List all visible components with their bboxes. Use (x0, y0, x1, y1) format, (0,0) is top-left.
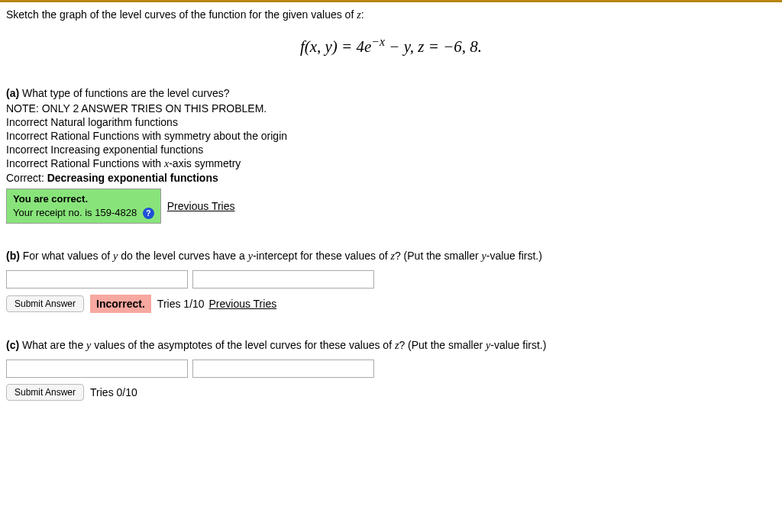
part-c-input-1[interactable] (6, 360, 188, 378)
choice-2: Incorrect Rational Functions with symmet… (6, 130, 776, 142)
part-a-question: (a) What type of functions are the level… (6, 87, 776, 99)
help-icon[interactable]: ? (143, 208, 154, 219)
part-b-label: (b) (6, 250, 20, 262)
incorrect-badge: Incorrect. (90, 295, 151, 313)
prompt-colon: : (361, 8, 364, 21)
choice-4: Incorrect Rational Functions with x-axis… (6, 157, 776, 170)
part-c-submit-row: Submit Answer Tries 0/10 (6, 384, 776, 401)
part-c-text: What are the y values of the asymptotes … (19, 339, 546, 351)
part-b-question: (b) For what values of y do the level cu… (6, 250, 776, 263)
part-a-text: What type of functions are the level cur… (19, 87, 229, 99)
problem-prompt: Sketch the graph of the level curves of … (6, 8, 776, 21)
equation-rest: − y, z = −6, 8. (385, 37, 482, 56)
part-b-text: For what values of y do the level curves… (20, 250, 542, 262)
correct-prefix: Correct: (6, 172, 47, 184)
previous-tries-link-b[interactable]: Previous Tries (208, 298, 276, 310)
prompt-text: Sketch the graph of the level curves of … (6, 8, 357, 21)
equation-exp: −x (371, 35, 385, 48)
tries-count-b: Tries 1/10 (157, 298, 205, 310)
feedback-receipt: 159-4828 (95, 207, 137, 218)
part-c-label: (c) (6, 339, 19, 351)
part-c-question: (c) What are the y values of the asympto… (6, 339, 776, 352)
equation-lhs: f(x, y) = 4e (300, 37, 371, 56)
previous-tries-link-a[interactable]: Previous Tries (167, 200, 235, 212)
choice-1: Incorrect Natural logarithm functions (6, 116, 776, 128)
correct-answer: Decreasing exponential functions (47, 172, 218, 184)
submit-button-c[interactable]: Submit Answer (6, 384, 84, 401)
part-b-submit-row: Submit Answer Incorrect. Tries 1/10 Prev… (6, 295, 776, 313)
tries-text-b: Tries 1/10 Previous Tries (157, 298, 276, 310)
feedback-correct-box: You are correct. Your receipt no. is 159… (6, 189, 161, 224)
part-a-notes: NOTE: ONLY 2 ANSWER TRIES ON THIS PROBLE… (6, 102, 776, 184)
feedback-line1: You are correct. (13, 193, 88, 205)
feedback-line2a: Your receipt no. is (13, 207, 95, 218)
equation-display: f(x, y) = 4e−x − y, z = −6, 8. (6, 35, 776, 56)
submit-button-b[interactable]: Submit Answer (6, 295, 84, 312)
choice-3: Incorrect Increasing exponential functio… (6, 143, 776, 156)
part-a-feedback-row: You are correct. Your receipt no. is 159… (6, 189, 776, 224)
tries-text-c: Tries 0/10 (90, 386, 137, 398)
part-b-input-1[interactable] (6, 270, 188, 289)
part-c-input-2[interactable] (192, 360, 374, 378)
part-b-input-2[interactable] (192, 270, 374, 289)
part-b-inputs (6, 270, 776, 289)
part-c-inputs (6, 360, 776, 378)
problem-content: Sketch the graph of the level curves of … (0, 2, 782, 431)
note-tries: NOTE: ONLY 2 ANSWER TRIES ON THIS PROBLE… (6, 102, 776, 114)
part-a-label: (a) (6, 87, 19, 99)
choice-correct: Correct: Decreasing exponential function… (6, 172, 776, 184)
